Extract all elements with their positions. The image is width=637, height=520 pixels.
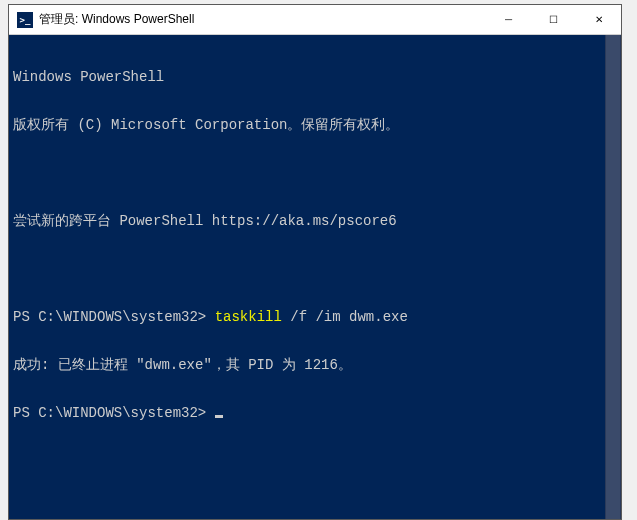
- maximize-button[interactable]: ☐: [531, 5, 576, 34]
- vertical-scrollbar[interactable]: [605, 35, 621, 519]
- terminal-line: 版权所有 (C) Microsoft Corporation。保留所有权利。: [13, 117, 617, 133]
- terminal-area[interactable]: Windows PowerShell 版权所有 (C) Microsoft Co…: [9, 35, 621, 519]
- command-name: taskkill: [215, 309, 282, 325]
- scrollbar-thumb[interactable]: [606, 35, 620, 519]
- terminal-blank: [13, 165, 617, 181]
- close-button[interactable]: ✕: [576, 5, 621, 34]
- terminal-line: 尝试新的跨平台 PowerShell https://aka.ms/pscore…: [13, 213, 617, 229]
- prompt-text: PS C:\WINDOWS\system32>: [13, 309, 215, 325]
- powershell-icon: >_: [17, 12, 33, 28]
- window-controls: ─ ☐ ✕: [486, 5, 621, 34]
- minimize-button[interactable]: ─: [486, 5, 531, 34]
- terminal-line: 成功: 已终止进程 "dwm.exe"，其 PID 为 1216。: [13, 357, 617, 373]
- powershell-window: >_ 管理员: Windows PowerShell ─ ☐ ✕ Windows…: [8, 4, 622, 520]
- prompt-text: PS C:\WINDOWS\system32>: [13, 405, 215, 421]
- terminal-prompt-line: PS C:\WINDOWS\system32>: [13, 405, 617, 421]
- command-args: /f /im dwm.exe: [282, 309, 408, 325]
- terminal-blank: [13, 261, 617, 277]
- window-title: 管理员: Windows PowerShell: [39, 11, 486, 28]
- terminal-command-line: PS C:\WINDOWS\system32> taskkill /f /im …: [13, 309, 617, 325]
- terminal-line: Windows PowerShell: [13, 69, 617, 85]
- titlebar[interactable]: >_ 管理员: Windows PowerShell ─ ☐ ✕: [9, 5, 621, 35]
- cursor-icon: [215, 415, 223, 418]
